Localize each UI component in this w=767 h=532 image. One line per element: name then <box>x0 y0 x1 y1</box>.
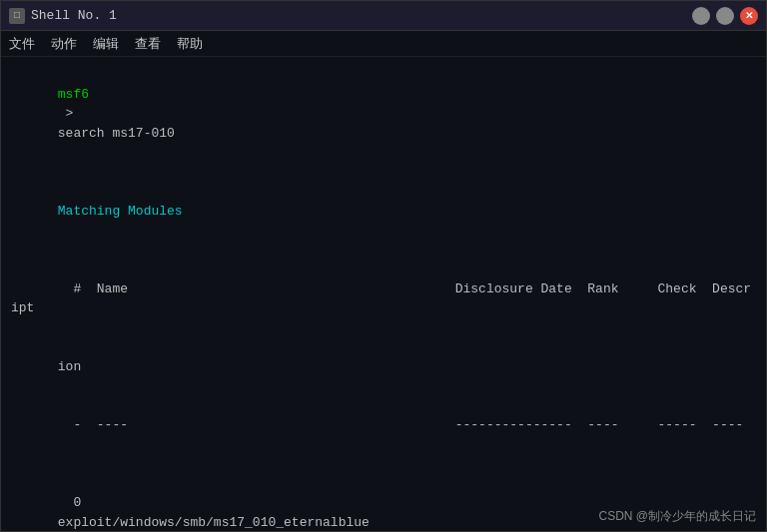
menu-help[interactable]: 帮助 <box>177 35 203 53</box>
menu-view[interactable]: 查看 <box>135 35 161 53</box>
title-bar: □ Shell No. 1 ✕ <box>1 1 766 31</box>
menu-bar: 文件 动作 编辑 查看 帮助 <box>1 31 766 57</box>
window-title: Shell No. 1 <box>31 8 117 23</box>
prompt-1: msf6 <box>58 87 89 102</box>
matching-header: Matching Modules <box>11 182 756 241</box>
blank-2 <box>11 241 756 261</box>
command-line-1: msf6 > search ms17-010 <box>11 65 756 163</box>
close-button[interactable]: ✕ <box>740 7 758 25</box>
maximize-button[interactable] <box>716 7 734 25</box>
menu-edit[interactable]: 编辑 <box>93 35 119 53</box>
cmd-search: search ms17-010 <box>58 126 175 141</box>
title-bar-left: □ Shell No. 1 <box>9 8 117 24</box>
watermark: CSDN @制冷少年的成长日记 <box>598 507 756 525</box>
blank-1 <box>11 163 756 183</box>
terminal-content[interactable]: msf6 > search ms17-010 Matching Modules … <box>1 57 766 531</box>
col-header-wrap: ion <box>11 337 756 396</box>
col-underline: - ---- --------------- ---- ----- ---- <box>11 396 756 455</box>
window-icon: □ <box>9 8 25 24</box>
terminal-window: □ Shell No. 1 ✕ 文件 动作 编辑 查看 帮助 msf6 > se… <box>0 0 767 532</box>
col-headers: # Name Disclosure Date Rank Check Descri… <box>11 260 756 337</box>
blank-3 <box>11 454 756 474</box>
window-controls: ✕ <box>692 7 758 25</box>
minimize-button[interactable] <box>692 7 710 25</box>
prompt-gt-1: > <box>58 106 81 121</box>
menu-action[interactable]: 动作 <box>51 35 77 53</box>
menu-file[interactable]: 文件 <box>9 35 35 53</box>
